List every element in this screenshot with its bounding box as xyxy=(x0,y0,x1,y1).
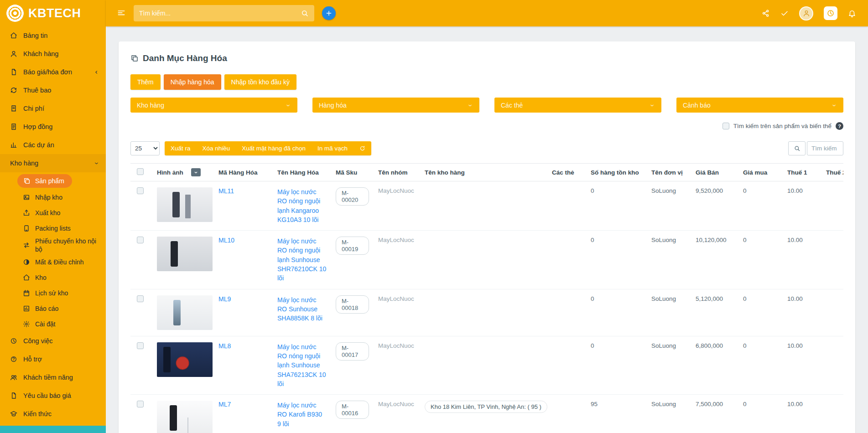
row-checkbox[interactable] xyxy=(137,401,144,407)
column-header-ma-sku[interactable]: Mã Sku xyxy=(331,164,374,181)
column-header-hinh-anh[interactable]: Hình ảnh xyxy=(152,164,214,181)
row-checkbox[interactable] xyxy=(137,342,144,349)
product-code-link[interactable]: ML10 xyxy=(218,237,234,244)
column-header-gia-ban[interactable]: Giá Bán xyxy=(691,164,738,181)
brand-logo[interactable]: KBTECH xyxy=(0,0,106,26)
stock-value: 0 xyxy=(591,187,594,194)
column-header-ten-don-vi[interactable]: Tên đơn vị xyxy=(647,164,691,181)
product-name-link[interactable]: Máy lọc nước RO Sunhouse SHA8858K 8 lõi xyxy=(277,295,327,323)
sidebar-item-san-pham[interactable]: Sản phẩm xyxy=(0,172,106,190)
doc-icon xyxy=(10,392,17,399)
variant-search-checkbox[interactable] xyxy=(722,123,729,129)
filter-cac-the[interactable]: Các thẻ xyxy=(494,98,661,113)
product-thumbnail[interactable] xyxy=(157,237,213,271)
product-code-link[interactable]: ML7 xyxy=(218,401,231,408)
row-checkbox[interactable] xyxy=(137,187,144,194)
column-header-thue-1[interactable]: Thuế 1 xyxy=(783,164,821,181)
sidebar-item-yeu-cau-bao-gia[interactable]: Yêu cầu báo giá xyxy=(0,387,106,405)
nhap-hang-hoa-button[interactable]: Nhập hàng hóa xyxy=(164,74,221,90)
sidebar-item-cong-viec[interactable]: Công việc xyxy=(0,332,106,350)
xoa-nhieu-button[interactable]: Xóa nhiều xyxy=(197,141,236,155)
sidebar-item-cac-du-an[interactable]: Các dự án xyxy=(0,136,106,154)
global-search-input[interactable] xyxy=(139,10,301,17)
sidebar-item-thue-bao[interactable]: Thuê bao xyxy=(0,81,106,99)
purchase-price: 0 xyxy=(743,295,747,302)
purchase-price: 0 xyxy=(743,342,747,349)
sidebar-item-packing-lists[interactable]: Packing lists xyxy=(0,221,106,236)
product-thumbnail[interactable] xyxy=(157,295,213,330)
history-button[interactable] xyxy=(824,6,837,20)
product-name-link[interactable]: Máy lọc nước RO nóng nguội lạnh Sunhouse… xyxy=(277,342,327,388)
row-checkbox[interactable] xyxy=(137,295,144,302)
sidebar-item-kho[interactable]: Kho xyxy=(0,270,106,285)
filter-row: Kho hàngHàng hóaCác thẻCảnh báo xyxy=(130,98,843,113)
filter-hang-hoa[interactable]: Hàng hóa xyxy=(312,98,479,113)
search-icon[interactable] xyxy=(301,9,309,17)
column-header-ten-hang-hoa[interactable]: Tên Hàng Hóa xyxy=(273,164,331,181)
product-catalog-card: Danh Mục Hàng Hóa ThêmNhập hàng hóaNhập … xyxy=(119,41,855,433)
filter-kho-hang[interactable]: Kho hàng xyxy=(130,98,297,113)
sale-price: 7,500,000 xyxy=(696,401,723,407)
sidebar-item-ho-tro[interactable]: Hỗ trợ xyxy=(0,350,106,368)
tablet-icon xyxy=(23,225,30,232)
sidebar-item-chi-phi[interactable]: Chi phí xyxy=(0,99,106,118)
sidebar-item-phieu-chuyen-kho-noi-bo[interactable]: Phiếu chuyển kho nội bộ xyxy=(0,236,106,254)
sidebar-item-khach-hang[interactable]: Khách hàng xyxy=(0,45,106,63)
group-name: MayLocNuoc xyxy=(378,342,414,349)
select-all-checkbox[interactable] xyxy=(137,168,144,175)
menu-toggle-button[interactable] xyxy=(117,9,126,18)
sidebar-item-lich-su-kho[interactable]: Lịch sử kho xyxy=(0,285,106,301)
sidebar-item-kho-hang[interactable]: Kho hàng xyxy=(0,154,106,172)
table-search-button[interactable] xyxy=(788,141,806,155)
image-column-menu-button[interactable] xyxy=(191,168,201,176)
sidebar-item-cai-dat[interactable]: Cài đặt xyxy=(0,316,106,332)
column-header-cac-the[interactable]: Các thẻ xyxy=(547,164,586,181)
avatar[interactable] xyxy=(799,6,813,21)
product-thumbnail[interactable] xyxy=(157,187,213,222)
column-header-ten-nhom[interactable]: Tên nhóm xyxy=(374,164,420,181)
sidebar-item-mat-dieu-chinh[interactable]: Mất & Điều chỉnh xyxy=(0,254,106,270)
column-header-gia-mua[interactable]: Giá mua xyxy=(738,164,783,181)
table-search-input[interactable] xyxy=(807,141,843,155)
sidebar-item-bao-cao[interactable]: Báo cáo xyxy=(0,301,106,316)
report-icon xyxy=(23,305,30,312)
sidebar-item-kien-thuc[interactable]: Kiến thức xyxy=(0,405,106,423)
gears-icon xyxy=(23,320,30,328)
sidebar-item-nhap-kho[interactable]: Nhập kho xyxy=(0,190,106,205)
xuat-mat-hang-da-chon-button[interactable]: Xuất mặt hàng đã chọn xyxy=(236,141,312,155)
help-icon[interactable]: ? xyxy=(836,122,843,130)
tasks-check-button[interactable] xyxy=(780,9,789,17)
sidebar-item-hop-dong[interactable]: Hợp đồng xyxy=(0,118,106,136)
product-code-link[interactable]: ML9 xyxy=(218,295,231,303)
product-name-link[interactable]: Máy lọc nước RO Karofi B930 9 lõi xyxy=(277,401,327,428)
them-button[interactable]: Thêm xyxy=(130,74,161,90)
row-checkbox[interactable] xyxy=(137,237,144,243)
product-thumbnail[interactable] xyxy=(157,342,213,377)
column-header-thue-2[interactable]: Thuế 2 xyxy=(821,164,843,181)
product-thumbnail[interactable] xyxy=(157,401,213,433)
products-table-wrap: Hình ảnhMã Hàng HóaTên Hàng HóaMã SkuTên… xyxy=(130,163,843,433)
column-header-ma-hang-hoa[interactable]: Mã Hàng Hóa xyxy=(214,164,273,181)
share-button[interactable] xyxy=(762,9,770,17)
sidebar-item-bang-tin[interactable]: Bảng tin xyxy=(0,26,106,45)
warehouse-tag[interactable]: Kho 18 Kim Liên, TP Vinh, Nghệ An: ( 95 … xyxy=(425,401,547,413)
product-name-link[interactable]: Máy lọc nước RO nóng nguội lạnh Sunhouse… xyxy=(277,237,327,283)
in-ma-vach-button[interactable]: In mã vạch xyxy=(312,141,353,155)
product-code-link[interactable]: ML11 xyxy=(218,187,234,195)
filter-canh-bao[interactable]: Cảnh báo xyxy=(676,98,843,113)
tax1-value: 10.00 xyxy=(787,187,803,194)
quick-add-button[interactable] xyxy=(322,6,336,20)
sidebar-item-khach-tiem-nang[interactable]: Khách tiềm năng xyxy=(0,368,106,387)
receipt-icon xyxy=(10,105,17,112)
notifications-button[interactable] xyxy=(848,9,856,17)
product-name-link[interactable]: Máy lọc nước RO nóng nguội lạnh Kangaroo… xyxy=(277,187,327,224)
page-size-select[interactable]: 25 xyxy=(130,141,160,155)
nhap-ton-kho-dau-ky-button[interactable]: Nhập tồn kho đầu kỳ xyxy=(224,74,296,90)
xuat-ra-button[interactable]: Xuất ra xyxy=(165,141,197,155)
refresh-button[interactable] xyxy=(353,141,371,155)
column-header-ten-kho-hang[interactable]: Tên kho hàng xyxy=(420,164,547,181)
column-header-so-hang-ton-kho[interactable]: Số hàng tồn kho xyxy=(586,164,647,181)
sidebar-item-xuat-kho[interactable]: Xuất kho xyxy=(0,205,106,221)
product-code-link[interactable]: ML8 xyxy=(218,342,231,350)
sidebar-item-bao-gia-hoa-don[interactable]: Báo giá/hóa đơn xyxy=(0,63,106,81)
